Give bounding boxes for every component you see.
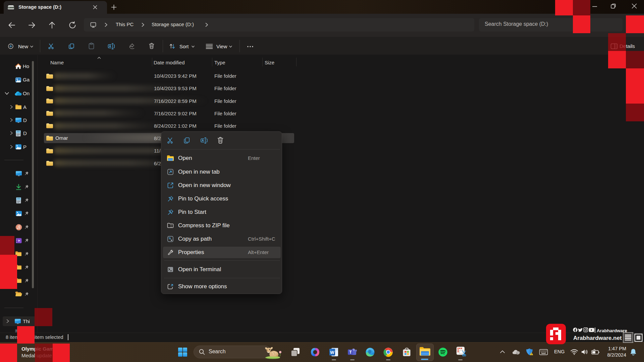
svg-text:W: W bbox=[330, 350, 334, 355]
svg-text:T: T bbox=[349, 350, 352, 355]
